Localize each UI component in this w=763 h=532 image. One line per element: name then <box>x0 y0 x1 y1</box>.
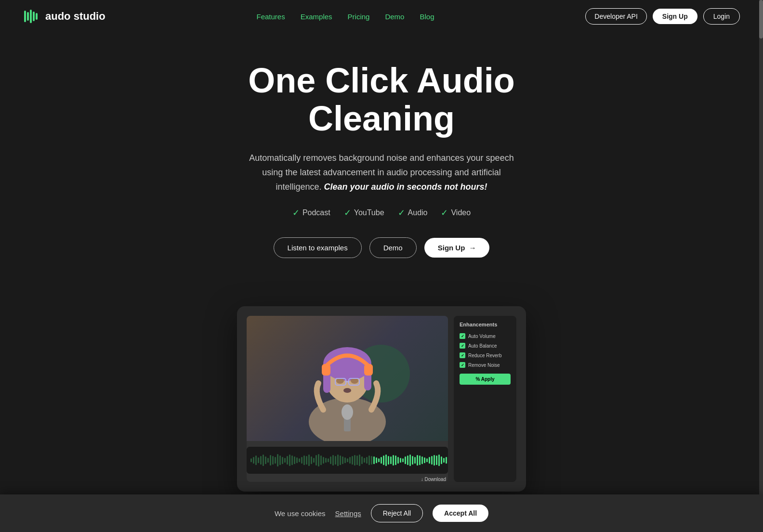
nav-signup-button[interactable]: Sign Up <box>653 9 697 24</box>
waveform-bar <box>282 457 283 464</box>
badge-podcast: ✓ Podcast <box>292 208 330 218</box>
svg-rect-0 <box>24 11 26 22</box>
waveform-bar <box>272 456 274 465</box>
enhancement-reduce-reverb: Reduce Reverb <box>460 352 511 358</box>
waveform-bar <box>318 454 319 467</box>
waveform-bar <box>412 456 413 465</box>
waveform-bar <box>359 454 360 466</box>
reduce-reverb-checkbox[interactable] <box>460 352 465 358</box>
nav-blog[interactable]: Blog <box>420 13 434 21</box>
scrollbar[interactable] <box>759 0 763 532</box>
waveform-bar <box>424 457 425 463</box>
waveform-bar <box>352 456 353 465</box>
auto-volume-label: Auto Volume <box>468 334 496 339</box>
waveform-bar <box>400 458 401 463</box>
hero-badges: ✓ Podcast ✓ YouTube ✓ Audio ✓ Video <box>23 208 740 218</box>
waveform-bar <box>443 458 445 463</box>
enhancements-title: Enhancements <box>460 322 511 327</box>
waveform-bar <box>289 454 290 466</box>
svg-point-18 <box>343 388 351 393</box>
waveform-bar <box>390 456 392 464</box>
auto-balance-label: Auto Balance <box>468 343 497 349</box>
download-button[interactable]: ↓ Download <box>421 477 446 482</box>
enhancements-panel: Enhancements Auto Volume Auto Balance Re… <box>454 316 516 482</box>
waveform-bar <box>263 454 264 466</box>
waveform-bar <box>446 457 447 464</box>
waveform-bar <box>431 456 433 465</box>
waveform-bar <box>378 458 380 462</box>
demo-button[interactable]: Demo <box>369 237 417 258</box>
waveform-bar <box>383 455 384 465</box>
waveform-bar <box>270 455 271 466</box>
check-video-icon: ✓ <box>441 208 448 218</box>
waveform-bar <box>279 455 281 465</box>
person-illustration <box>275 316 420 441</box>
reject-all-button[interactable]: Reject All <box>371 504 423 522</box>
waveform-bar <box>335 456 336 465</box>
waveform-bar <box>395 455 396 465</box>
waveform-bar <box>291 455 293 465</box>
waveform-bar <box>284 458 286 463</box>
nav-features[interactable]: Features <box>257 13 285 21</box>
waveform-bar <box>397 457 399 464</box>
waveform-bar <box>316 455 317 466</box>
waveform-bar <box>323 457 324 464</box>
badge-video-label: Video <box>451 208 471 217</box>
nav-login-button[interactable]: Login <box>703 8 740 25</box>
nav-examples[interactable]: Examples <box>301 13 332 21</box>
waveform-bar <box>337 454 339 466</box>
cookie-banner: We use cookies Settings Reject All Accep… <box>0 494 763 532</box>
waveform-bar <box>434 455 435 466</box>
hero-subtitle-bold: Clean your audio in seconds not hours! <box>324 182 487 192</box>
cta-buttons: Listen to examples Demo Sign Up → <box>23 237 740 258</box>
video-placeholder <box>247 316 448 441</box>
waveform-bar <box>308 454 310 466</box>
reduce-reverb-label: Reduce Reverb <box>468 353 501 358</box>
waveform-bar <box>277 454 278 467</box>
waveform-bar <box>275 457 276 464</box>
nav-actions: Developer API Sign Up Login <box>585 8 740 25</box>
waveform-bar <box>371 456 372 465</box>
developer-api-button[interactable]: Developer API <box>585 8 647 25</box>
badge-audio: ✓ Audio <box>398 208 428 218</box>
waveform-bar <box>366 457 368 464</box>
waveform-bar <box>385 454 387 466</box>
waveform-bar <box>361 456 363 464</box>
badge-video: ✓ Video <box>441 208 471 218</box>
auto-balance-checkbox[interactable] <box>460 343 465 349</box>
nav-pricing[interactable]: Pricing <box>348 13 370 21</box>
hero-subtitle: Automatically removes background noise a… <box>247 151 516 194</box>
waveform-bar <box>332 455 334 466</box>
accept-all-button[interactable]: Accept All <box>433 505 488 522</box>
waveform-bar <box>393 455 394 466</box>
auto-volume-checkbox[interactable] <box>460 333 465 339</box>
listen-examples-button[interactable]: Listen to examples <box>274 237 362 258</box>
waveform-bar <box>267 458 269 463</box>
waveform-bar <box>414 457 416 464</box>
cookie-settings-button[interactable]: Settings <box>335 509 361 518</box>
waveform-bar <box>258 457 259 463</box>
video-area: ↓ Download <box>247 316 448 482</box>
waveform-bar <box>330 456 331 464</box>
app-preview-container: ↓ Download Enhancements Auto Volume Auto… <box>0 306 763 492</box>
svg-rect-1 <box>27 12 29 21</box>
nav-demo[interactable]: Demo <box>385 13 404 21</box>
badge-audio-label: Audio <box>408 208 428 217</box>
waveform-bar <box>313 458 315 463</box>
svg-rect-12 <box>364 364 373 376</box>
waveform-bar <box>253 457 254 464</box>
waveform-bar <box>405 456 406 464</box>
waveform-bar <box>409 454 411 466</box>
badge-podcast-label: Podcast <box>303 208 330 217</box>
waveform-bar <box>421 456 423 464</box>
check-youtube-icon: ✓ <box>344 208 351 218</box>
apply-button[interactable]: % Apply <box>460 374 511 385</box>
remove-noise-checkbox[interactable] <box>460 362 465 368</box>
waveform-bar <box>325 458 327 463</box>
hero-signup-button[interactable]: Sign Up → <box>424 238 490 258</box>
waveform-bar <box>328 458 329 462</box>
waveform-bar <box>301 457 303 464</box>
check-audio-icon: ✓ <box>398 208 405 218</box>
badge-youtube-label: YouTube <box>354 208 384 217</box>
waveform-bar <box>368 455 370 465</box>
